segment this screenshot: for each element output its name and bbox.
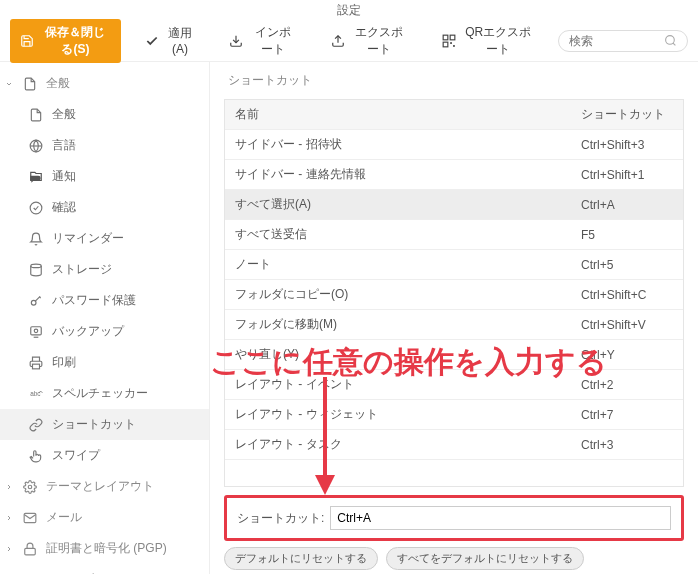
- save-close-button[interactable]: 保存＆閉じる(S): [10, 19, 121, 63]
- printer-icon: [28, 355, 44, 371]
- table-row[interactable]: レイアウト - タスクCtrl+3: [225, 430, 683, 460]
- sidebar: 全般全般言語通知確認リマインダーストレージパスワード保護バックアップ印刷abcス…: [0, 62, 210, 574]
- table-row[interactable]: サイドバー - 招待状Ctrl+Shift+3: [225, 130, 683, 160]
- check-circle-icon: [28, 200, 44, 216]
- bell-icon: [28, 231, 44, 247]
- sidebar-item-通知[interactable]: 通知: [0, 161, 209, 192]
- import-label: インポート: [249, 24, 296, 58]
- cell-shortcut: Ctrl+2: [573, 372, 683, 398]
- cell-name: レイアウト - イベント: [225, 370, 573, 399]
- sidebar-item-パスワード保護[interactable]: パスワード保護: [0, 285, 209, 316]
- swipe-icon: [28, 448, 44, 464]
- sidebar-item-label: 確認: [52, 199, 76, 216]
- search-input[interactable]: [569, 34, 664, 48]
- globe-icon: [28, 138, 44, 154]
- cell-shortcut: Ctrl+5: [573, 252, 683, 278]
- cell-shortcut: Ctrl+Shift+3: [573, 132, 683, 158]
- apply-label: 適用(A): [165, 25, 195, 56]
- export-button[interactable]: エクスポート: [321, 19, 418, 63]
- qr-icon: [442, 34, 456, 48]
- cell-name: レイアウト - ウィジェット: [225, 400, 573, 429]
- sidebar-item-言語[interactable]: 言語: [0, 130, 209, 161]
- table-row[interactable]: サイドバー - 連絡先情報Ctrl+Shift+1: [225, 160, 683, 190]
- cell-name: サイドバー - 招待状: [225, 130, 573, 159]
- sidebar-section-カレンダー[interactable]: カレンダー: [0, 564, 209, 574]
- svg-rect-16: [31, 326, 42, 334]
- sidebar-item-label: スペルチェッカー: [52, 385, 148, 402]
- sidebar-item-スペルチェッカー[interactable]: abcスペルチェッカー: [0, 378, 209, 409]
- cell-name: すべて選択(A): [225, 190, 573, 219]
- table-header: 名前 ショートカット: [225, 100, 683, 130]
- svg-point-13: [31, 300, 36, 305]
- sidebar-item-ストレージ[interactable]: ストレージ: [0, 254, 209, 285]
- sidebar-item-印刷[interactable]: 印刷: [0, 347, 209, 378]
- window-title: 設定: [0, 0, 698, 20]
- key-icon: [28, 293, 44, 309]
- apply-button[interactable]: 適用(A): [135, 20, 205, 61]
- sidebar-item-label: 通知: [52, 168, 76, 185]
- svg-rect-3: [450, 35, 455, 40]
- search-icon: [664, 34, 677, 47]
- section-label: テーマとレイアウト: [46, 478, 154, 495]
- svg-point-11: [30, 202, 42, 214]
- sidebar-item-全般[interactable]: 全般: [0, 99, 209, 130]
- chevron-right-icon: [4, 544, 14, 554]
- gear-icon: [22, 479, 38, 495]
- disk-icon: [28, 262, 44, 278]
- cell-shortcut: Ctrl+Shift+C: [573, 282, 683, 308]
- main-panel: ショートカット 名前 ショートカット サイドバー - 招待状Ctrl+Shift…: [210, 62, 698, 574]
- table-row[interactable]: フォルダに移動(M)Ctrl+Shift+V: [225, 310, 683, 340]
- link-icon: [28, 417, 44, 433]
- cell-shortcut: Ctrl+Shift+V: [573, 312, 683, 338]
- svg-rect-23: [25, 548, 36, 554]
- cell-shortcut: Ctrl+A: [573, 192, 683, 218]
- svg-point-17: [34, 329, 38, 333]
- cell-shortcut: Ctrl+Shift+1: [573, 162, 683, 188]
- toolbar: 保存＆閉じる(S) 適用(A) インポート エクスポート QRエクスポート: [0, 20, 698, 62]
- sidebar-section-テーマとレイアウト[interactable]: テーマとレイアウト: [0, 471, 209, 502]
- sidebar-item-label: 全般: [52, 106, 76, 123]
- search-box[interactable]: [558, 30, 688, 52]
- sidebar-item-スワイプ[interactable]: スワイプ: [0, 440, 209, 471]
- reset-all-button[interactable]: すべてをデフォルトにリセットする: [386, 547, 584, 570]
- download-icon: [229, 34, 243, 48]
- table-row[interactable]: すべて選択(A)Ctrl+A: [225, 190, 683, 220]
- sidebar-item-label: パスワード保護: [52, 292, 136, 309]
- table-row[interactable]: フォルダにコピー(O)Ctrl+Shift+C: [225, 280, 683, 310]
- reset-button[interactable]: デフォルトにリセットする: [224, 547, 378, 570]
- table-row[interactable]: やり直し(Y)Ctrl+Y: [225, 340, 683, 370]
- sidebar-item-確認[interactable]: 確認: [0, 192, 209, 223]
- table-row[interactable]: ノートCtrl+5: [225, 250, 683, 280]
- backup-icon: [28, 324, 44, 340]
- col-name: 名前: [225, 100, 573, 129]
- doc-icon: [28, 107, 44, 123]
- table-row[interactable]: レイアウト - イベントCtrl+2: [225, 370, 683, 400]
- import-button[interactable]: インポート: [219, 19, 306, 63]
- svg-line-15: [40, 296, 41, 297]
- sidebar-item-ショートカット[interactable]: ショートカット: [0, 409, 209, 440]
- qrexport-label: QRエクスポート: [462, 24, 534, 58]
- qrexport-button[interactable]: QRエクスポート: [432, 19, 544, 63]
- doc-icon: [22, 76, 38, 92]
- lock-icon: [22, 541, 38, 557]
- cell-shortcut: Ctrl+7: [573, 402, 683, 428]
- sidebar-section-全般[interactable]: 全般: [0, 68, 209, 99]
- section-label: メール: [46, 509, 82, 526]
- table-row[interactable]: すべて送受信F5: [225, 220, 683, 250]
- svg-rect-5: [450, 42, 452, 44]
- check-icon: [145, 34, 159, 48]
- sidebar-item-バックアップ[interactable]: バックアップ: [0, 316, 209, 347]
- sidebar-section-メール[interactable]: メール: [0, 502, 209, 533]
- sidebar-item-label: スワイプ: [52, 447, 100, 464]
- sidebar-item-label: 言語: [52, 137, 76, 154]
- svg-line-8: [673, 43, 675, 45]
- svg-point-12: [31, 264, 42, 268]
- table-row[interactable]: レイアウト - ウィジェットCtrl+7: [225, 400, 683, 430]
- shortcut-input[interactable]: [330, 506, 671, 530]
- section-label: 証明書と暗号化 (PGP): [46, 540, 167, 557]
- sidebar-item-リマインダー[interactable]: リマインダー: [0, 223, 209, 254]
- svg-rect-19: [33, 364, 40, 369]
- sidebar-item-label: リマインダー: [52, 230, 124, 247]
- speech-icon: [28, 169, 44, 185]
- sidebar-section-証明書と暗号化 (PGP)[interactable]: 証明書と暗号化 (PGP): [0, 533, 209, 564]
